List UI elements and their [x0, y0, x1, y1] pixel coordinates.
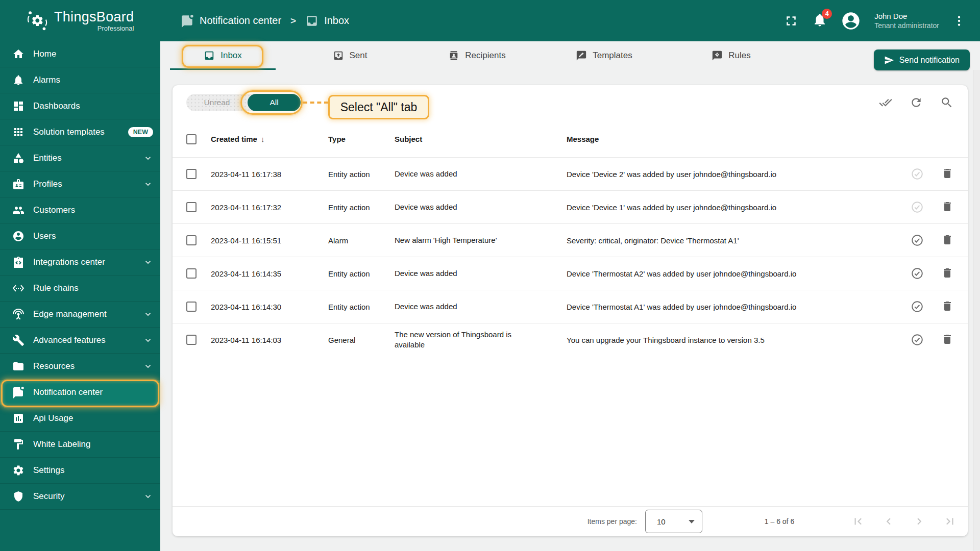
delete-icon[interactable] [941, 333, 953, 345]
delete-icon[interactable] [941, 267, 953, 279]
row-checkbox[interactable] [186, 302, 197, 312]
inbox-icon [204, 50, 215, 61]
shield-icon [12, 490, 24, 503]
previous-page-icon[interactable] [882, 515, 895, 528]
sidebar-item-api-usage[interactable]: Api Usage [0, 406, 160, 432]
sidebar-item-settings[interactable]: Settings [0, 458, 160, 484]
breadcrumb-separator: > [290, 15, 296, 27]
sidebar-item-solution-templates[interactable]: Solution templates NEW [0, 119, 160, 145]
row-checkbox[interactable] [186, 335, 197, 345]
row-checkbox[interactable] [186, 202, 197, 212]
search-icon[interactable] [940, 96, 953, 109]
header-created-time[interactable]: Created time↓ [211, 135, 328, 143]
mark-as-read-icon[interactable] [911, 267, 924, 280]
breadcrumb-label: Notification center [200, 15, 281, 27]
select-all-checkbox[interactable] [186, 134, 197, 144]
filter-unread-button[interactable]: Unread [186, 94, 248, 111]
code-brackets-icon [12, 282, 24, 294]
sidebar-item-entities[interactable]: Entities [0, 145, 160, 171]
mark-as-read-icon[interactable] [911, 234, 924, 247]
delete-icon[interactable] [941, 300, 953, 312]
sidebar-item-profiles[interactable]: Profiles [0, 171, 160, 197]
inbox-icon [305, 14, 318, 28]
mark-as-read-icon[interactable] [911, 333, 924, 346]
fullscreen-icon[interactable] [783, 13, 799, 29]
table-row[interactable]: 2023-04-11 16:14:03 General The new vers… [173, 323, 968, 356]
sidebar-item-users[interactable]: Users [0, 223, 160, 249]
last-page-icon[interactable] [943, 515, 957, 528]
sidebar-item-white-labeling[interactable]: White Labeling [0, 432, 160, 458]
sidebar-item-security[interactable]: Security [0, 484, 160, 510]
more-vert-icon[interactable] [952, 14, 966, 28]
delete-icon[interactable] [941, 167, 953, 180]
next-page-icon[interactable] [913, 515, 926, 528]
chat-dot-icon [181, 14, 194, 28]
category-icon [12, 152, 24, 164]
table-row[interactable]: 2023-04-11 16:14:35 Entity action Device… [173, 257, 968, 290]
breadcrumb-notification-center[interactable]: Notification center [181, 14, 281, 28]
notifications-bell-button[interactable]: 4 [812, 12, 827, 30]
table-row[interactable]: 2023-04-11 16:17:32 Entity action Device… [173, 190, 968, 223]
row-checkbox[interactable] [186, 169, 197, 179]
sidebar-item-notification-center[interactable]: Notification center [0, 380, 160, 406]
bar-chart-icon [12, 412, 24, 424]
refresh-icon[interactable] [910, 96, 923, 109]
cell-type: Entity action [328, 303, 395, 311]
table-row[interactable]: 2023-04-11 16:14:30 Entity action Device… [173, 290, 968, 323]
delete-icon[interactable] [941, 234, 953, 246]
sort-desc-icon: ↓ [261, 135, 265, 143]
sidebar-item-home[interactable]: Home [0, 41, 160, 67]
first-page-icon[interactable] [851, 515, 865, 528]
pagination-range: 1 – 6 of 6 [726, 517, 833, 525]
mark-all-read-icon[interactable] [879, 96, 892, 109]
bell-icon [12, 74, 24, 86]
tab-recipients[interactable]: Recipients [424, 41, 530, 70]
rule-icon [712, 50, 723, 61]
mark-as-read-icon[interactable] [911, 300, 924, 313]
cell-created-time: 2023-04-11 16:17:38 [211, 170, 328, 179]
send-notification-button[interactable]: Send notification [874, 49, 970, 70]
sidebar-item-customers[interactable]: Customers [0, 197, 160, 223]
header-message[interactable]: Message [567, 135, 897, 143]
sidebar-item-dashboards[interactable]: Dashboards [0, 93, 160, 119]
mark-as-read-icon[interactable] [911, 201, 924, 214]
template-icon [576, 50, 587, 61]
table-row[interactable]: 2023-04-11 16:15:51 Alarm New alarm 'Hig… [173, 223, 968, 257]
cell-type: General [328, 336, 395, 344]
sidebar-item-advanced-features[interactable]: Advanced features [0, 328, 160, 354]
gear-icon [12, 464, 24, 477]
avatar[interactable] [841, 11, 861, 31]
sidebar-item-edge-management[interactable]: Edge management [0, 302, 160, 328]
breadcrumb-inbox[interactable]: Inbox [305, 14, 349, 28]
tab-templates[interactable]: Templates [551, 41, 657, 70]
sidebar-item-rule-chains[interactable]: Rule chains [0, 276, 160, 302]
chevron-down-icon [143, 153, 153, 163]
header-type[interactable]: Type [328, 135, 395, 143]
mark-as-read-icon[interactable] [911, 167, 924, 181]
sidebar-item-alarms[interactable]: Alarms [0, 67, 160, 93]
tab-inbox[interactable]: Inbox [170, 41, 276, 70]
user-menu[interactable]: John Doe Tenant administrator [874, 11, 939, 31]
items-per-page-select[interactable]: 10 [645, 510, 702, 533]
tab-rules[interactable]: Rules [678, 41, 784, 70]
tab-sent[interactable]: Sent [297, 41, 403, 70]
items-per-page-label: Items per page: [587, 517, 637, 525]
tools-icon [12, 334, 24, 346]
sidebar: Home Alarms Dashboards Solution template… [0, 41, 160, 551]
sidebar-item-resources[interactable]: Resources [0, 354, 160, 380]
header-subject[interactable]: Subject [395, 134, 567, 144]
antenna-icon [12, 308, 24, 320]
table-row[interactable]: 2023-04-11 16:17:38 Entity action Device… [173, 157, 968, 190]
account-circle-icon [12, 230, 24, 242]
row-checkbox[interactable] [186, 268, 197, 279]
main-content: Inbox Sent Recipients Templates Rules [160, 41, 980, 551]
app-logo: ThingsBoard Professional [0, 0, 160, 41]
sidebar-item-integrations-center[interactable]: Integrations center [0, 249, 160, 276]
delete-icon[interactable] [941, 201, 953, 213]
filter-all-button[interactable]: All [248, 94, 301, 111]
scrollbar[interactable] [973, 70, 980, 551]
paint-roller-icon [12, 438, 24, 450]
breadcrumb-label: Inbox [324, 15, 349, 27]
cell-message: Device 'Thermostat A2' was added by user… [567, 269, 897, 278]
row-checkbox[interactable] [186, 235, 197, 245]
